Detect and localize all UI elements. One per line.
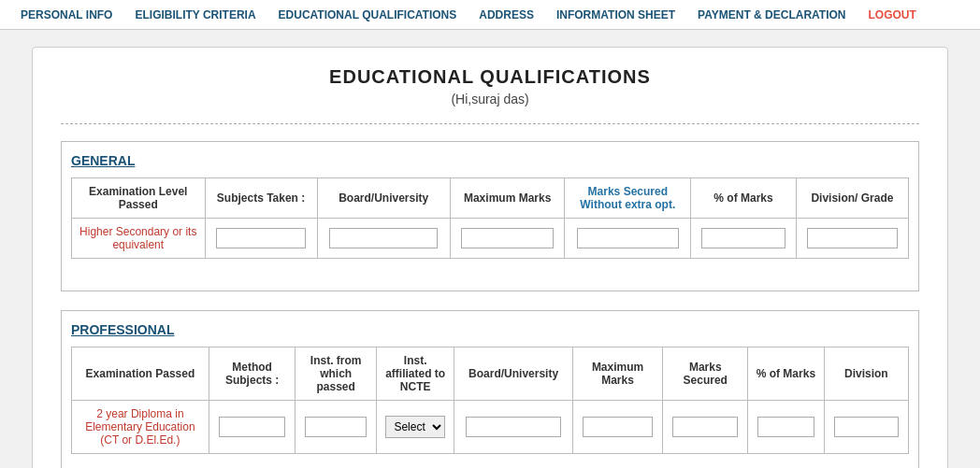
pro-inst-passed-input[interactable] [305,417,367,437]
pro-col-max-marks: Maximum Marks [572,347,663,401]
general-section-header: GENERAL [71,153,909,168]
professional-table: Examination Passed Method Subjects : Ins… [71,347,909,454]
general-max-marks-cell [450,219,565,259]
nav-logout[interactable]: LOGOUT [858,8,928,21]
general-col-exam-level: Examination Level Passed [72,178,206,219]
pro-division-input[interactable] [834,417,900,437]
professional-section-header: PROFESSIONAL [71,322,909,337]
general-col-marks-secured: Marks Secured Without extra opt. [565,178,691,219]
nav-personal-info[interactable]: PERSONAL INFO [9,8,123,21]
general-col-subjects: Subjects Taken : [205,178,317,219]
pro-percent-input[interactable] [757,417,815,437]
nav-payment-declaration[interactable]: PAYMENT & DECLARATION [686,8,857,21]
general-row-label: Higher Secondary or its equivalent [72,219,206,259]
general-subjects-cell [205,219,317,259]
general-table: Examination Level Passed Subjects Taken … [71,177,909,259]
pro-col-percent: % of Marks [748,347,825,401]
pro-marks-secured-cell [663,401,748,454]
pro-row-label: 2 year Diploma in Elementary Education (… [72,401,209,454]
pro-percent-cell [748,401,825,454]
pro-col-division: Division [824,347,908,401]
pro-method-input[interactable] [219,417,286,437]
general-division-input[interactable] [807,228,897,248]
pro-max-marks-cell [572,401,663,454]
general-col-max-marks: Maximum Marks [450,178,565,219]
general-col-board: Board/University [317,178,450,219]
general-percent-input[interactable] [701,228,785,248]
pro-col-board: Board/University [454,347,572,401]
divider [61,123,919,124]
general-col-division: Division/ Grade [796,178,908,219]
general-table-row: Higher Secondary or its equivalent [72,219,909,259]
professional-section: PROFESSIONAL Examination Passed Method S… [61,310,919,468]
pro-marks-secured-input[interactable] [672,417,738,437]
pro-col-inst-ncte: Inst. affiliated to NCTE [376,347,454,401]
pro-division-cell [824,401,908,454]
general-subjects-input[interactable] [216,228,306,248]
professional-table-header-row: Examination Passed Method Subjects : Ins… [72,347,909,401]
general-table-header-row: Examination Level Passed Subjects Taken … [72,178,909,219]
pro-inst-ncte-cell: Select Yes No [376,401,454,454]
pro-col-exam: Examination Passed [72,347,209,401]
general-board-cell [317,219,450,259]
general-marks-secured-cell [565,219,691,259]
nav-educational-qualifications[interactable]: EDUCATIONAL QUALIFICATIONS [267,8,468,21]
general-col-percent: % of Marks [691,178,797,219]
pro-board-input[interactable] [466,417,561,437]
pro-inst-ncte-select[interactable]: Select Yes No [385,416,445,438]
pro-col-marks-secured: Marks Secured [663,347,748,401]
page-subtitle: (Hi,suraj das) [61,92,919,106]
top-navigation: PERSONAL INFO ELIGIBILITY CRITERIA EDUCA… [0,0,980,30]
pro-col-method: Method Subjects : [209,347,295,401]
nav-address[interactable]: ADDRESS [468,8,545,21]
professional-table-row: 2 year Diploma in Elementary Education (… [72,401,909,454]
page-title: EDUCATIONAL QUALIFICATIONS [61,66,919,88]
general-division-cell [796,219,908,259]
pro-board-cell [454,401,572,454]
general-marks-secured-input[interactable] [577,228,680,248]
general-max-marks-input[interactable] [461,228,554,248]
pro-max-marks-input[interactable] [583,417,653,437]
general-percent-cell [691,219,797,259]
general-section: GENERAL Examination Level Passed Subject… [61,141,919,291]
pro-method-cell [209,401,295,454]
pro-inst-passed-cell [295,401,376,454]
nav-information-sheet[interactable]: INFORMATION SHEET [545,8,686,21]
general-board-input[interactable] [329,228,438,248]
nav-eligibility-criteria[interactable]: ELIGIBILITY CRITERIA [123,8,267,21]
pro-col-inst-passed: Inst. from which passed [295,347,376,401]
main-content: EDUCATIONAL QUALIFICATIONS (Hi,suraj das… [32,47,948,468]
